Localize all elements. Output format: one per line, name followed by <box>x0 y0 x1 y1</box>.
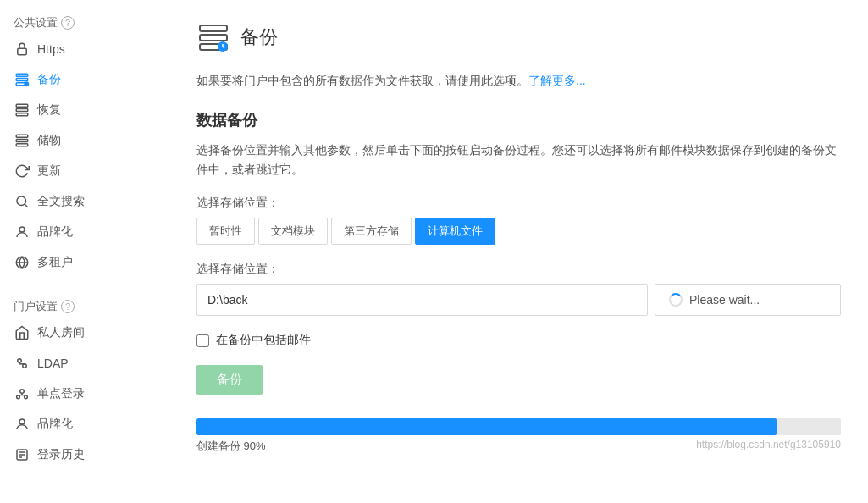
public-section-title: 公共设置 ? <box>0 8 169 34</box>
globe-icon <box>14 254 30 271</box>
please-wait-box: Please wait... <box>655 284 841 316</box>
svg-rect-32 <box>200 25 227 31</box>
portal-help-icon[interactable]: ? <box>61 300 75 313</box>
learn-more-link[interactable]: 了解更多... <box>528 74 586 87</box>
svg-rect-33 <box>200 35 227 41</box>
svg-rect-5 <box>16 104 28 107</box>
svg-rect-2 <box>16 79 28 81</box>
section-title: 数据备份 <box>196 110 841 130</box>
backup-button[interactable]: 备份 <box>196 365 263 395</box>
svg-rect-9 <box>16 140 28 142</box>
brand-icon <box>14 224 30 240</box>
svg-rect-6 <box>16 109 28 112</box>
sidebar-item-restore[interactable]: 恢复 <box>0 95 169 125</box>
sidebar-item-sso[interactable]: 单点登录 <box>0 379 169 409</box>
progress-container: 创建备份 90% https://blog.csdn.net/g13105910 <box>196 418 841 454</box>
sso-icon <box>14 385 30 402</box>
brand2-icon <box>14 416 30 433</box>
svg-point-21 <box>20 390 25 394</box>
loading-spinner <box>669 293 683 307</box>
lock-icon <box>14 41 30 58</box>
watermark: https://blog.csdn.net/g13105910 <box>696 439 841 454</box>
progress-label: 创建备份 90% <box>196 439 266 454</box>
svg-point-11 <box>17 196 26 206</box>
backup-icon <box>14 71 30 88</box>
sidebar-item-branding2[interactable]: 品牌化 <box>0 409 169 439</box>
svg-line-12 <box>25 204 27 207</box>
storage-buttons: 暂时性 文档模块 第三方存储 计算机文件 <box>196 218 841 245</box>
sidebar: 公共设置 ? Https 备份 <box>0 0 169 503</box>
sidebar-item-https[interactable]: Https <box>0 34 169 64</box>
sidebar-item-update[interactable]: 更新 <box>0 156 169 186</box>
storage-label: 选择存储位置： <box>196 196 841 211</box>
page-header-icon <box>196 20 230 54</box>
sidebar-item-ldap[interactable]: LDAP <box>0 348 169 379</box>
storage-btn-temp[interactable]: 暂时性 <box>196 218 255 245</box>
path-input[interactable] <box>196 284 648 316</box>
svg-point-27 <box>19 419 25 424</box>
svg-point-13 <box>19 227 25 232</box>
progress-bar-background <box>196 418 841 435</box>
public-help-icon[interactable]: ? <box>61 16 75 30</box>
svg-rect-10 <box>16 144 28 146</box>
storage-btn-third[interactable]: 第三方存储 <box>331 218 412 245</box>
sidebar-item-backup[interactable]: 备份 <box>0 64 169 95</box>
portal-section-title: 门户设置 ? <box>0 292 169 318</box>
svg-rect-8 <box>16 135 28 137</box>
storage-btn-docs[interactable]: 文档模块 <box>258 218 328 245</box>
history-icon <box>14 446 30 463</box>
main-content: 备份 如果要将门户中包含的所有数据作为文件获取，请使用此选项。了解更多... 数… <box>169 0 868 503</box>
sidebar-item-branding[interactable]: 品牌化 <box>0 217 169 247</box>
page-description: 如果要将门户中包含的所有数据作为文件获取，请使用此选项。了解更多... <box>196 71 841 90</box>
page-header: 备份 <box>196 20 841 54</box>
section-desc: 选择备份位置并输入其他参数，然后单击下面的按钮启动备份过程。您还可以选择将所有邮… <box>196 141 841 179</box>
sidebar-item-storage[interactable]: 储物 <box>0 125 169 156</box>
include-email-row: 在备份中包括邮件 <box>196 333 841 348</box>
svg-rect-7 <box>16 113 28 116</box>
sidebar-item-multitenant[interactable]: 多租户 <box>0 247 169 278</box>
svg-rect-1 <box>16 74 28 76</box>
please-wait-label: Please wait... <box>689 293 760 307</box>
include-email-checkbox[interactable] <box>196 334 209 347</box>
progress-bar-fill <box>196 418 777 435</box>
update-icon <box>14 163 30 180</box>
sidebar-item-fulltext[interactable]: 全文搜索 <box>0 186 169 217</box>
svg-rect-0 <box>18 48 27 55</box>
path-label: 选择存储位置： <box>196 262 841 277</box>
storage-icon <box>14 132 30 149</box>
fulltext-search-icon <box>14 193 30 210</box>
svg-point-16 <box>18 359 22 363</box>
path-row: Please wait... <box>196 284 841 316</box>
ldap-icon <box>14 355 30 372</box>
sidebar-item-privateroom[interactable]: 私人房间 <box>0 318 169 348</box>
room-icon <box>14 324 30 341</box>
include-email-label: 在备份中包括邮件 <box>216 333 311 348</box>
sidebar-item-loginhistory[interactable]: 登录历史 <box>0 439 169 470</box>
restore-icon <box>14 102 30 119</box>
storage-btn-local[interactable]: 计算机文件 <box>415 218 495 245</box>
page-title: 备份 <box>240 25 278 50</box>
progress-info: 创建备份 90% https://blog.csdn.net/g13105910 <box>196 439 841 454</box>
